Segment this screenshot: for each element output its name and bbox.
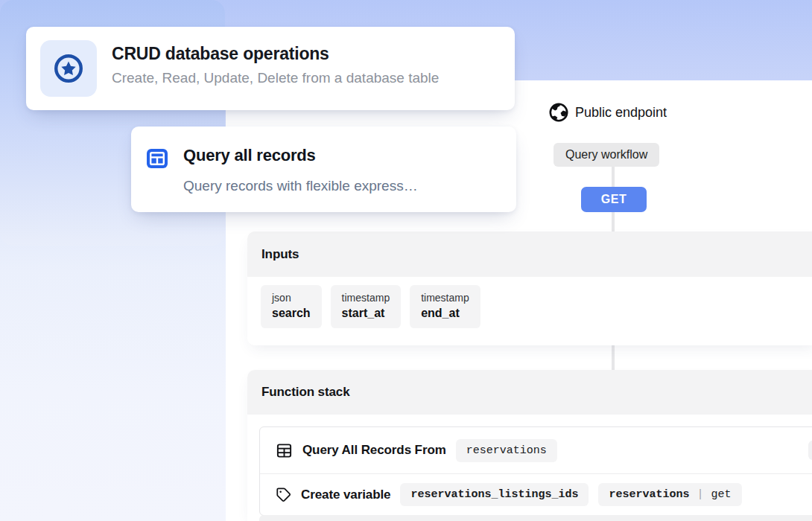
workflow-illustration: { "colors": { "accent_blue": "#5b86f1", … [0, 0, 812, 521]
clipped-badge[interactable] [808, 441, 812, 460]
badge-segment: | [697, 488, 703, 501]
public-endpoint-header: Public endpoint [549, 103, 667, 122]
input-field-chip[interactable]: jsonsearch [261, 285, 322, 328]
crud-card-title: CRUD database operations [112, 44, 439, 64]
input-field-type: timestamp [421, 292, 469, 304]
function-row[interactable]: Create variablereservations_listings_ids… [260, 474, 812, 515]
badge-segment: reservations_listings_ids [410, 488, 578, 501]
input-field-type: json [272, 292, 311, 304]
crud-card-subtitle: Create, Read, Update, Delete from a data… [112, 70, 439, 86]
badge-segment: reservations [609, 488, 689, 501]
function-step-card: Query All Records FromreservationsCreate… [259, 426, 812, 516]
public-endpoint-label: Public endpoint [575, 105, 667, 121]
query-card-title: Query all records [183, 146, 418, 165]
query-workflow-badge[interactable]: Query workflow [554, 143, 659, 167]
crud-operations-card[interactable]: CRUD database operations Create, Read, U… [26, 27, 515, 110]
table-icon [276, 442, 293, 459]
value-badge[interactable]: reservations [456, 439, 557, 462]
globe-icon [549, 103, 568, 122]
function-row-label: Query All Records From [302, 443, 446, 458]
table-icon [146, 147, 168, 170]
input-field-name: start_at [342, 307, 390, 320]
function-row[interactable]: Query All Records Fromreservations [260, 427, 812, 473]
value-badge[interactable]: reservations|get [598, 483, 741, 506]
input-field-type: timestamp [342, 292, 390, 304]
value-badge[interactable]: reservations_listings_ids [400, 483, 589, 506]
inputs-panel: Inputs jsonsearchtimestampstart_attimest… [247, 231, 812, 345]
inputs-field-list: jsonsearchtimestampstart_attimestampend_… [247, 277, 812, 345]
star-circle-icon [40, 40, 97, 97]
query-card-subtitle: Query records with flexible express… [183, 178, 418, 194]
query-all-records-card[interactable]: Query all records Query records with fle… [131, 127, 516, 212]
function-stack-body: Query All Records FromreservationsCreate… [247, 415, 812, 521]
input-field-name: end_at [421, 307, 469, 320]
input-field-chip[interactable]: timestampstart_at [331, 285, 402, 328]
function-stack-title: Function stack [247, 370, 812, 415]
function-stack-panel: Function stack Query All Records Fromres… [247, 370, 812, 521]
badge-segment: get [711, 488, 732, 501]
input-field-name: search [272, 307, 311, 320]
badge-segment: reservations [466, 444, 547, 457]
function-row-label: Create variable [301, 488, 390, 502]
next-function-row-peek [259, 515, 812, 521]
tag-icon [276, 487, 291, 502]
inputs-panel-title: Inputs [247, 231, 812, 277]
input-field-chip[interactable]: timestampend_at [410, 285, 480, 328]
get-method-button[interactable]: GET [581, 187, 647, 212]
